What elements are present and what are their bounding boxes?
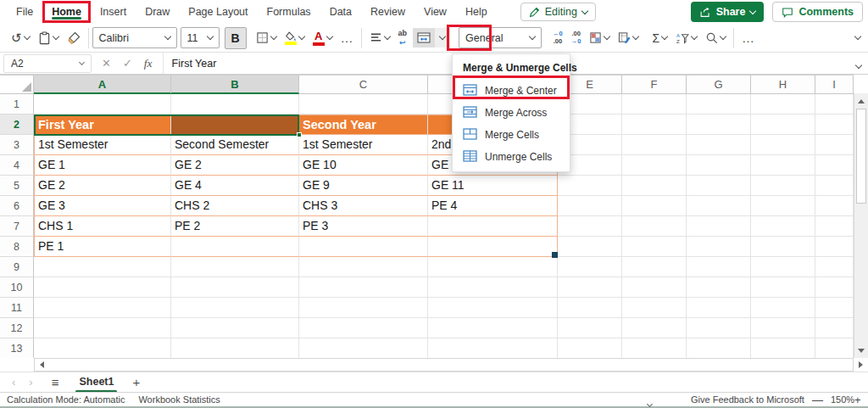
cell-H6[interactable] — [751, 196, 815, 216]
row-header-8[interactable]: 8 — [0, 237, 34, 257]
cell-A9[interactable] — [34, 257, 171, 277]
cell-I12[interactable] — [815, 318, 854, 338]
cell-B9[interactable] — [171, 257, 299, 277]
menu-tab-draw[interactable]: Draw — [136, 1, 179, 23]
menu-tab-insert[interactable]: Insert — [91, 1, 136, 23]
cell-A1[interactable] — [34, 94, 171, 115]
all-sheets-menu-button[interactable]: ≡ — [43, 375, 68, 389]
cell-D12[interactable] — [428, 318, 558, 338]
row-header-13[interactable]: 13 — [0, 338, 34, 358]
menu-tab-formulas[interactable]: Formulas — [258, 1, 320, 23]
scroll-right-button[interactable] — [854, 359, 867, 371]
cell-G2[interactable] — [687, 115, 751, 135]
cell-I6[interactable] — [815, 196, 854, 216]
cell-E11[interactable] — [558, 298, 622, 318]
cell-G11[interactable] — [687, 298, 751, 318]
cell-I3[interactable] — [815, 135, 854, 155]
menu-tab-file[interactable]: File — [7, 1, 42, 23]
zoom-in-button[interactable]: + — [848, 394, 868, 406]
collapse-ribbon-button[interactable] — [851, 33, 865, 42]
select-all-corner[interactable] — [0, 75, 34, 94]
row-header-12[interactable]: 12 — [0, 318, 34, 338]
cell-C8[interactable] — [299, 237, 428, 257]
cell-E8[interactable] — [558, 237, 622, 257]
cell-H8[interactable] — [751, 237, 815, 257]
scroll-up-button[interactable] — [854, 95, 868, 107]
wrap-text-button[interactable]: ab↩ — [394, 25, 412, 50]
cell-G1[interactable] — [687, 94, 751, 115]
cell-I8[interactable] — [815, 237, 854, 257]
column-header-H[interactable]: H — [751, 75, 815, 94]
sort-filter-button[interactable]: AZ — [671, 29, 701, 48]
expand-formula-bar-button[interactable] — [849, 56, 868, 71]
cell-F12[interactable] — [622, 318, 687, 338]
cell-G4[interactable] — [687, 155, 751, 176]
cell-A11[interactable] — [34, 298, 171, 318]
row-header-1[interactable]: 1 — [0, 94, 34, 115]
row-header-5[interactable]: 5 — [0, 176, 34, 196]
cell-A5[interactable]: GE 2 — [34, 176, 171, 196]
column-header-B[interactable]: B — [171, 75, 299, 94]
menu-tab-home[interactable]: Home — [42, 1, 91, 23]
feedback-link[interactable]: Give Feedback to Microsoft — [684, 394, 811, 405]
cell-G7[interactable] — [687, 216, 751, 237]
sheet-tab-sheet1[interactable]: Sheet1 — [74, 373, 119, 392]
menu-tab-view[interactable]: View — [415, 1, 456, 23]
menu-item-merge-across[interactable]: Merge Across — [453, 102, 570, 124]
menu-item-merge-center[interactable]: Merge & Center — [453, 80, 570, 102]
decrease-decimal-button[interactable]: .00→0 — [567, 27, 586, 48]
cell-C12[interactable] — [299, 318, 428, 338]
cell-C6[interactable]: CHS 3 — [299, 196, 428, 216]
cell-I7[interactable] — [815, 216, 854, 237]
cell-E13[interactable] — [558, 338, 622, 358]
cell-B1[interactable] — [171, 94, 299, 115]
share-button[interactable]: Share — [691, 2, 765, 22]
row-header-7[interactable]: 7 — [0, 216, 34, 237]
cell-B10[interactable] — [171, 277, 299, 298]
cell-D11[interactable] — [428, 298, 558, 318]
menu-item-merge-cells[interactable]: Merge Cells — [453, 124, 570, 146]
row-header-11[interactable]: 11 — [0, 298, 34, 318]
previous-sheet-button[interactable]: ‹ — [8, 376, 19, 388]
cell-B12[interactable] — [171, 318, 299, 338]
cell-F13[interactable] — [622, 338, 687, 358]
format-painter-button[interactable] — [63, 28, 85, 48]
menu-tab-data[interactable]: Data — [320, 1, 361, 23]
name-box[interactable]: A2 — [3, 54, 92, 73]
fill-handle[interactable] — [297, 132, 302, 137]
format-as-table-button[interactable] — [614, 28, 643, 48]
cell-I1[interactable] — [815, 94, 854, 115]
cell-H10[interactable] — [751, 277, 815, 298]
font-name-select[interactable]: Calibri — [92, 27, 177, 48]
cell-G12[interactable] — [687, 318, 751, 338]
cell-E7[interactable] — [558, 216, 622, 237]
cell-C5[interactable]: GE 9 — [299, 176, 428, 196]
fill-color-button[interactable] — [281, 28, 309, 48]
column-header-I[interactable]: I — [815, 75, 854, 94]
scroll-left-button[interactable] — [35, 361, 48, 368]
cell-E6[interactable] — [558, 196, 622, 216]
cell-F1[interactable] — [622, 94, 687, 115]
merge-center-button[interactable] — [413, 28, 450, 48]
cell-B4[interactable]: GE 2 — [171, 155, 299, 176]
cell-A12[interactable] — [34, 318, 171, 338]
cell-C2[interactable]: Second Year — [299, 115, 428, 135]
cell-I4[interactable] — [815, 155, 854, 176]
cell-F3[interactable] — [622, 135, 687, 155]
cell-A3[interactable]: 1st Semester — [34, 135, 171, 155]
cell-F11[interactable] — [622, 298, 687, 318]
borders-button[interactable] — [252, 28, 281, 48]
cell-G8[interactable] — [687, 237, 751, 257]
menu-tab-page-layout[interactable]: Page Layout — [179, 1, 257, 23]
cell-G13[interactable] — [687, 338, 751, 358]
alignment-button[interactable] — [365, 29, 394, 47]
cell-C7[interactable]: PE 3 — [299, 216, 428, 237]
cell-F9[interactable] — [622, 257, 687, 277]
row-header-10[interactable]: 10 — [0, 277, 34, 298]
workbook-statistics-button[interactable]: Workbook Statistics — [131, 394, 226, 405]
cell-H1[interactable] — [751, 94, 815, 115]
cell-B2[interactable] — [171, 115, 299, 135]
undo-button[interactable]: ↺ — [7, 28, 34, 48]
paste-button[interactable] — [34, 28, 63, 48]
vertical-scroll-thumb[interactable] — [856, 109, 866, 204]
